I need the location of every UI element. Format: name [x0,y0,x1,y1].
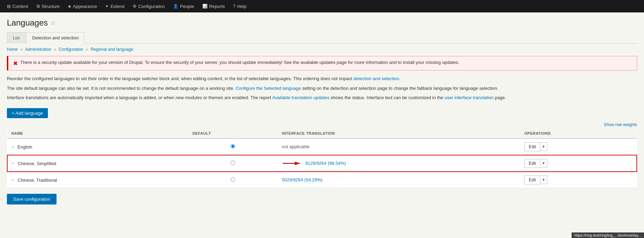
show-row-weight-container: Show row weights [7,122,637,127]
edit-button-english[interactable]: Edit [524,142,540,151]
col-header-name: NAME [7,128,188,139]
operations-chinese-traditional: Edit ▾ [524,175,633,184]
language-name-english: English [18,144,32,150]
drag-handle-icon[interactable]: + [11,144,14,150]
nav-label-extend: Extend [110,4,124,9]
nav-label-appearance: Appearance [73,4,97,9]
breadcrumb-regional-language[interactable]: Regional and language [91,47,133,52]
desc-paragraph-1: Reorder the configured languages to set … [7,75,637,82]
breadcrumb-administration[interactable]: Administration [25,47,51,52]
language-name-chinese-simplified: Chinese, Simplified [18,161,56,166]
default-radio-english[interactable] [231,144,235,149]
available-translation-updates-link[interactable]: Available translation updates [272,95,329,100]
breadcrumb-home[interactable]: Home [7,47,18,52]
tab-list: List Detection and selection [7,32,637,44]
nav-item-appearance[interactable]: ◈ Appearance [64,0,101,12]
dropdown-button-chinese-traditional[interactable]: ▾ [540,175,547,184]
bookmark-star-icon[interactable]: ☆ [51,20,56,26]
dropdown-button-chinese-simplified[interactable]: ▾ [540,159,547,168]
configure-selected-language-link[interactable]: Configure the Selected language [235,86,301,91]
translation-arrow-container: 9129/9264 (98.54%) [282,160,516,167]
content-icon: ▤ [7,4,11,9]
language-name-chinese-traditional: Chinese, Traditional [18,178,57,183]
nav-item-help[interactable]: ? Help [229,0,250,12]
breadcrumb-configuration[interactable]: Configuration [59,47,83,52]
detection-selection-link[interactable]: detection and selection [353,76,399,81]
tab-detection-and-selection[interactable]: Detection and selection [26,32,84,44]
desc-paragraph-3: Interface translations are automatically… [7,94,637,101]
top-navigation: ▤ Content ⊞ Structure ◈ Appearance ✦ Ext… [0,0,644,12]
translation-link-chinese-traditional[interactable]: 5029/9264 (54.29%) [282,177,323,182]
reports-icon: 📊 [202,4,208,9]
translation-status-english: not applicable [282,144,310,149]
nav-label-content: Content [12,4,28,9]
nav-item-extend[interactable]: ✦ Extend [101,0,128,12]
nav-item-content[interactable]: ▤ Content [3,0,32,12]
save-configuration-button[interactable]: Save configuration [7,194,57,204]
col-header-operations: OPERATIONS [520,128,637,139]
help-icon: ? [233,4,235,9]
add-language-button[interactable]: + Add language [7,108,48,118]
desc-paragraph-2: The site default language can also be se… [7,85,637,92]
drag-handle-icon[interactable]: + [11,177,14,183]
alert-text: There is a security update available for… [20,60,459,65]
nav-item-configuration[interactable]: ⚙ Configuration [129,0,169,12]
red-arrow-icon [282,160,303,167]
url-bar: https://ring.test/ring/log_...tion#overl… [572,232,644,238]
security-alert: ✖ There is a security update available f… [7,56,637,70]
user-interface-translation-link[interactable]: user interface translation [444,95,493,100]
default-radio-chinese-traditional[interactable] [231,177,235,182]
show-row-weight-link[interactable]: Show row weights [604,122,637,127]
page-title-row: Languages ☆ [7,18,637,28]
extend-icon: ✦ [105,4,109,9]
error-icon: ✖ [13,60,18,67]
operations-english: Edit ▾ [524,142,633,151]
edit-button-chinese-traditional[interactable]: Edit [524,175,540,184]
default-radio-chinese-simplified[interactable] [231,161,235,165]
nav-item-people[interactable]: 👤 People [169,0,198,12]
appearance-icon: ◈ [68,4,71,9]
nav-label-help: Help [237,4,246,9]
dropdown-button-english[interactable]: ▾ [540,142,547,151]
table-row: + Chinese, Simplified [7,155,637,172]
languages-table: NAME DEFAULT INTERFACE TRANSLATION OPERA… [7,128,637,188]
nav-label-reports: Reports [209,4,225,9]
col-header-default: DEFAULT [188,128,278,139]
drag-handle-icon[interactable]: + [12,161,14,166]
table-header-row: NAME DEFAULT INTERFACE TRANSLATION OPERA… [7,128,637,139]
translation-link-chinese-simplified[interactable]: 9129/9264 (98.54%) [305,161,346,166]
table-row: + Chinese, Traditional 5029/9264 (54.29%… [7,172,637,188]
nav-label-structure: Structure [42,4,60,9]
col-header-translation: INTERFACE TRANSLATION [278,128,520,139]
nav-item-reports[interactable]: 📊 Reports [198,0,229,12]
nav-item-structure[interactable]: ⊞ Structure [32,0,64,12]
page-content: Languages ☆ List Detection and selection… [0,12,644,238]
nav-label-configuration: Configuration [138,4,165,9]
table-row: + English not applicable Edit ▾ [7,139,637,155]
structure-icon: ⊞ [37,4,40,9]
breadcrumb: Home » Administration » Configuration » … [7,47,637,52]
operations-chinese-simplified: Edit ▾ [524,159,632,168]
people-icon: 👤 [173,4,178,9]
page-title: Languages [7,18,48,28]
configuration-icon: ⚙ [133,4,137,9]
nav-label-people: People [180,4,194,9]
url-text: https://ring.test/ring/log_...tion#overl… [574,233,641,237]
tab-list[interactable]: List [7,32,26,44]
edit-button-chinese-simplified[interactable]: Edit [524,159,540,168]
